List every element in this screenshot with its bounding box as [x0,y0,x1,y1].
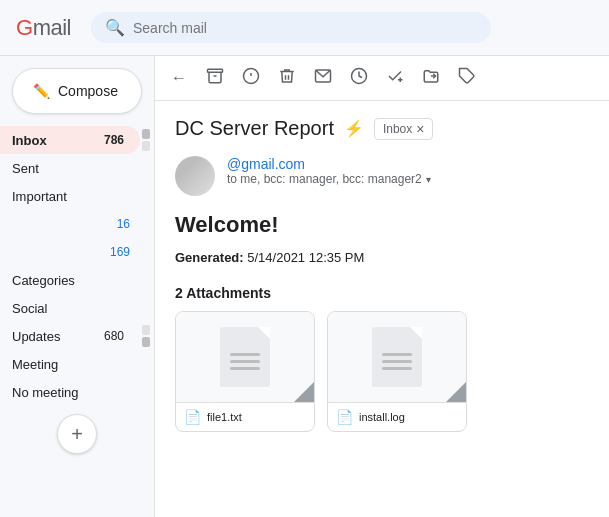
topbar: Gmail 🔍 [0,0,609,56]
search-bar[interactable]: 🔍 [91,12,491,43]
inbox-badge-label: Inbox [383,122,412,136]
generated-value: 5/14/2021 12:35 PM [247,250,364,265]
email-generated: Generated: 5/14/2021 12:35 PM [175,250,589,265]
file-type-icon-1: 📄 [184,409,201,425]
lightning-icon: ⚡ [344,119,364,138]
email-greeting: Welcome! [175,212,589,238]
sidebar-social-label: Social [12,301,47,316]
sender-info: @gmail.com to me, bcc: manager, bcc: man… [227,156,431,186]
email-subject: DC Server Report [175,117,334,140]
spam-button[interactable] [235,62,267,94]
file-type-icon-2: 📄 [336,409,353,425]
label-icon [458,67,476,89]
sidebar-important-label: Important [12,189,67,204]
inbox-badge: Inbox × [374,118,434,140]
attachment-filename-1: file1.txt [207,411,306,423]
dropdown-arrow-icon[interactable]: ▾ [426,174,431,185]
inbox-row-wrapper: Inbox 786 [0,126,154,154]
attachment-preview-2 [328,312,466,402]
gmail-logo: Gmail [16,15,71,41]
sender-row: @gmail.com to me, bcc: manager, bcc: man… [175,156,589,196]
attachment-item-2[interactable]: 📄 install.log [327,311,467,432]
sidebar-item-important[interactable]: Important [0,182,146,210]
compose-label: Compose [58,83,118,99]
sidebar-inbox-count: 786 [104,133,124,147]
doc-line [230,367,260,370]
attachment-footer-1: 📄 file1.txt [176,402,314,431]
attachment-filename-2: install.log [359,411,458,423]
sidebar-inbox-label: Inbox [12,133,47,148]
email-subject-line: DC Server Report ⚡ Inbox × [175,117,589,140]
doc-icon-2 [372,327,422,387]
trash-icon [278,67,296,89]
attachments-grid: 📄 file1.txt [175,311,589,432]
snooze-button[interactable] [343,62,375,94]
search-icon: 🔍 [105,18,125,37]
search-input[interactable] [133,20,477,36]
email-body: Welcome! Generated: 5/14/2021 12:35 PM [175,212,589,265]
corner-fill-2 [446,382,466,402]
clock-icon [350,67,368,89]
content-area: ← [155,56,609,517]
generated-label: Generated: [175,250,244,265]
attachments-title: 2 Attachments [175,285,589,301]
doc-icon-1 [220,327,270,387]
check-add-icon [386,67,404,89]
delete-button[interactable] [271,62,303,94]
move-button[interactable] [415,62,447,94]
sidebar-scroll-wrapper: Inbox 786 Sent Important 16 [0,126,154,406]
back-button[interactable]: ← [163,62,195,94]
sidebar-item-item5[interactable]: 169 [0,238,146,266]
attachment-corner-1 [294,382,314,402]
task-button[interactable] [379,62,411,94]
sidebar-item-social[interactable]: Social [0,294,146,322]
attachment-item-1[interactable]: 📄 file1.txt [175,311,315,432]
sidebar: ✏️ Compose Inbox 786 Sent [0,56,155,517]
sidebar-nomeeting-label: No meeting [12,385,78,400]
sidebar-updates-count: 680 [104,329,124,343]
sender-to: to me, bcc: manager, bcc: manager2 ▾ [227,172,431,186]
label-button[interactable] [451,62,483,94]
sidebar-item-updates[interactable]: Updates 680 [0,322,140,350]
sidebar-item-meeting[interactable]: Meeting [0,350,146,378]
spam-icon [242,67,260,89]
sidebar-item-sent[interactable]: Sent [0,154,146,182]
sidebar-more: + [0,406,154,462]
corner-fill-1 [294,382,314,402]
mail-icon [314,67,332,89]
to-text: to me, bcc: manager, bcc: manager2 [227,172,422,186]
attachment-footer-2: 📄 install.log [328,402,466,431]
email-toolbar: ← [155,56,609,101]
mail-button[interactable] [307,62,339,94]
sidebar-item4-count: 16 [117,217,130,231]
inbox-badge-close[interactable]: × [416,121,424,137]
sidebar-item-categories[interactable]: Categories [0,266,146,294]
sidebar-item-item4[interactable]: 16 [0,210,146,238]
doc-line [382,360,412,363]
main-body: ✏️ Compose Inbox 786 Sent [0,56,609,517]
folder-move-icon [422,67,440,89]
email-content: DC Server Report ⚡ Inbox × @gmail.com to… [155,101,609,517]
sidebar-sent-label: Sent [12,161,39,176]
avatar [175,156,215,196]
doc-line [382,353,412,356]
doc-line [382,367,412,370]
attachment-corner-2 [446,382,466,402]
doc-line [230,353,260,356]
plus-icon: + [71,423,83,446]
pencil-icon: ✏️ [33,83,50,99]
sidebar-meeting-label: Meeting [12,357,58,372]
add-label-button[interactable]: + [57,414,97,454]
compose-section: ✏️ Compose [12,68,142,114]
sidebar-categories-label: Categories [12,273,75,288]
compose-button[interactable]: ✏️ Compose [12,68,142,114]
attachments-section: 2 Attachments [175,285,589,432]
svg-rect-0 [208,69,223,72]
back-icon: ← [171,69,187,87]
archive-button[interactable] [199,62,231,94]
doc-lines-1 [230,353,260,370]
sidebar-item-nomeeting[interactable]: No meeting [0,378,146,406]
sidebar-item-inbox[interactable]: Inbox 786 [0,126,140,154]
archive-icon [206,67,224,89]
doc-line [230,360,260,363]
